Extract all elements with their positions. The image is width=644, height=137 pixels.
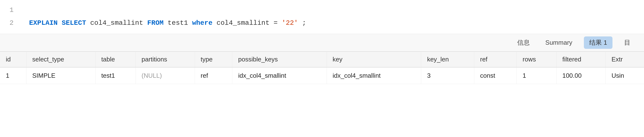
col-select-type: select_type bbox=[26, 52, 95, 68]
table-row: 1 SIMPLE test1 (NULL) ref idx_col4_small… bbox=[0, 67, 644, 84]
cell-rows: 1 bbox=[517, 67, 556, 84]
cell-ref: const bbox=[474, 67, 517, 84]
col-type: type bbox=[195, 52, 232, 68]
table-header-row: id select_type table partitions type pos… bbox=[0, 52, 644, 68]
col-rows: rows bbox=[517, 52, 556, 68]
col-key: key bbox=[326, 52, 421, 68]
results-table-container: id select_type table partitions type pos… bbox=[0, 52, 644, 84]
keyword-where: where bbox=[192, 19, 212, 27]
code-semicolon: ; bbox=[302, 19, 306, 27]
cell-key: idx_col4_smallint bbox=[326, 67, 421, 84]
more-button[interactable]: 目 bbox=[620, 36, 634, 49]
code-col4: col4_smallint bbox=[90, 19, 147, 27]
editor-line-1: 1 bbox=[0, 4, 644, 17]
col-possible-keys: possible_keys bbox=[232, 52, 327, 68]
results-table: id select_type table partitions type pos… bbox=[0, 52, 644, 84]
col-key-len: key_len bbox=[421, 52, 474, 68]
summary-button[interactable]: Summary bbox=[542, 37, 576, 48]
cell-table: test1 bbox=[95, 67, 136, 84]
editor-line-2: 2 EXPLAIN SELECT col4_smallint FROM test… bbox=[0, 17, 644, 30]
code-table: test1 bbox=[168, 19, 192, 27]
keyword-explain-select: EXPLAIN SELECT bbox=[29, 19, 86, 27]
code-value: '22' bbox=[282, 19, 298, 27]
col-ref: ref bbox=[474, 52, 517, 68]
cell-select-type: SIMPLE bbox=[26, 67, 95, 84]
result1-button[interactable]: 结果 1 bbox=[584, 36, 612, 49]
line-number-1: 1 bbox=[0, 5, 20, 16]
cell-possible-keys: idx_col4_smallint bbox=[232, 67, 327, 84]
null-value: (NULL) bbox=[142, 72, 162, 79]
line-number-2: 2 bbox=[0, 18, 20, 29]
cell-key-len: 3 bbox=[421, 67, 474, 84]
cell-extra: Usin bbox=[606, 67, 644, 84]
sql-editor: 1 2 EXPLAIN SELECT col4_smallint FROM te… bbox=[0, 0, 644, 34]
keyword-from: FROM bbox=[147, 19, 164, 27]
results-toolbar: 信息 Summary 结果 1 目 bbox=[0, 34, 644, 52]
line-content-2: EXPLAIN SELECT col4_smallint FROM test1 … bbox=[20, 18, 644, 29]
cell-partitions: (NULL) bbox=[136, 67, 195, 84]
col-extra: Extr bbox=[606, 52, 644, 68]
cell-type: ref bbox=[195, 67, 232, 84]
col-filtered: filtered bbox=[556, 52, 606, 68]
col-id: id bbox=[0, 52, 26, 68]
code-condition: col4_smallint = bbox=[216, 19, 282, 27]
cell-id: 1 bbox=[0, 67, 26, 84]
cell-filtered: 100.00 bbox=[556, 67, 606, 84]
info-button[interactable]: 信息 bbox=[513, 36, 534, 49]
col-partitions: partitions bbox=[136, 52, 195, 68]
col-table: table bbox=[95, 52, 136, 68]
